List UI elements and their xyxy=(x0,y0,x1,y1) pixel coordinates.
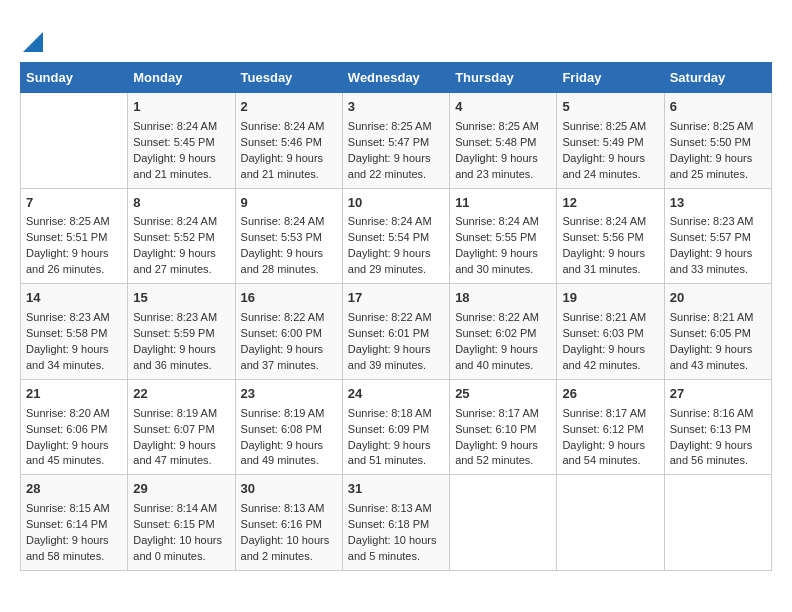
day-number: 2 xyxy=(241,98,337,117)
day-number: 19 xyxy=(562,289,658,308)
calendar-cell: 26Sunrise: 8:17 AMSunset: 6:12 PMDayligh… xyxy=(557,379,664,475)
sunrise-text: Sunrise: 8:22 AM xyxy=(348,311,432,323)
day-number: 31 xyxy=(348,480,444,499)
sunset-text: Sunset: 6:07 PM xyxy=(133,423,214,435)
daylight-text: Daylight: 9 hours and 34 minutes. xyxy=(26,343,109,371)
sunset-text: Sunset: 5:47 PM xyxy=(348,136,429,148)
sunset-text: Sunset: 6:13 PM xyxy=(670,423,751,435)
calendar-cell xyxy=(557,475,664,571)
calendar-cell: 23Sunrise: 8:19 AMSunset: 6:08 PMDayligh… xyxy=(235,379,342,475)
daylight-text: Daylight: 9 hours and 54 minutes. xyxy=(562,439,645,467)
logo xyxy=(20,20,43,52)
day-number: 27 xyxy=(670,385,766,404)
header-day: Tuesday xyxy=(235,63,342,93)
calendar-cell xyxy=(21,93,128,189)
sunrise-text: Sunrise: 8:24 AM xyxy=(455,215,539,227)
sunset-text: Sunset: 5:48 PM xyxy=(455,136,536,148)
day-number: 8 xyxy=(133,194,229,213)
header-day: Saturday xyxy=(664,63,771,93)
calendar-cell: 1Sunrise: 8:24 AMSunset: 5:45 PMDaylight… xyxy=(128,93,235,189)
svg-marker-0 xyxy=(23,32,43,52)
calendar-cell: 12Sunrise: 8:24 AMSunset: 5:56 PMDayligh… xyxy=(557,188,664,284)
sunset-text: Sunset: 5:59 PM xyxy=(133,327,214,339)
sunset-text: Sunset: 6:12 PM xyxy=(562,423,643,435)
sunrise-text: Sunrise: 8:25 AM xyxy=(455,120,539,132)
daylight-text: Daylight: 9 hours and 56 minutes. xyxy=(670,439,753,467)
daylight-text: Daylight: 10 hours and 5 minutes. xyxy=(348,534,437,562)
day-number: 6 xyxy=(670,98,766,117)
sunset-text: Sunset: 6:00 PM xyxy=(241,327,322,339)
sunrise-text: Sunrise: 8:20 AM xyxy=(26,407,110,419)
sunrise-text: Sunrise: 8:19 AM xyxy=(133,407,217,419)
day-number: 14 xyxy=(26,289,122,308)
calendar-cell: 11Sunrise: 8:24 AMSunset: 5:55 PMDayligh… xyxy=(450,188,557,284)
sunset-text: Sunset: 6:09 PM xyxy=(348,423,429,435)
calendar-cell: 20Sunrise: 8:21 AMSunset: 6:05 PMDayligh… xyxy=(664,284,771,380)
calendar-cell: 15Sunrise: 8:23 AMSunset: 5:59 PMDayligh… xyxy=(128,284,235,380)
day-number: 25 xyxy=(455,385,551,404)
header-row: SundayMondayTuesdayWednesdayThursdayFrid… xyxy=(21,63,772,93)
calendar-cell: 7Sunrise: 8:25 AMSunset: 5:51 PMDaylight… xyxy=(21,188,128,284)
sunset-text: Sunset: 5:54 PM xyxy=(348,231,429,243)
sunset-text: Sunset: 5:49 PM xyxy=(562,136,643,148)
sunrise-text: Sunrise: 8:25 AM xyxy=(562,120,646,132)
sunrise-text: Sunrise: 8:24 AM xyxy=(241,215,325,227)
sunrise-text: Sunrise: 8:23 AM xyxy=(133,311,217,323)
calendar-cell: 21Sunrise: 8:20 AMSunset: 6:06 PMDayligh… xyxy=(21,379,128,475)
sunrise-text: Sunrise: 8:15 AM xyxy=(26,502,110,514)
header-day: Sunday xyxy=(21,63,128,93)
day-number: 29 xyxy=(133,480,229,499)
sunrise-text: Sunrise: 8:13 AM xyxy=(241,502,325,514)
day-number: 22 xyxy=(133,385,229,404)
day-number: 23 xyxy=(241,385,337,404)
sunrise-text: Sunrise: 8:18 AM xyxy=(348,407,432,419)
daylight-text: Daylight: 10 hours and 2 minutes. xyxy=(241,534,330,562)
header-day: Thursday xyxy=(450,63,557,93)
daylight-text: Daylight: 9 hours and 45 minutes. xyxy=(26,439,109,467)
daylight-text: Daylight: 9 hours and 28 minutes. xyxy=(241,247,324,275)
day-number: 12 xyxy=(562,194,658,213)
calendar-cell: 5Sunrise: 8:25 AMSunset: 5:49 PMDaylight… xyxy=(557,93,664,189)
day-number: 24 xyxy=(348,385,444,404)
header-day: Wednesday xyxy=(342,63,449,93)
daylight-text: Daylight: 9 hours and 36 minutes. xyxy=(133,343,216,371)
daylight-text: Daylight: 9 hours and 47 minutes. xyxy=(133,439,216,467)
sunrise-text: Sunrise: 8:22 AM xyxy=(241,311,325,323)
day-number: 20 xyxy=(670,289,766,308)
daylight-text: Daylight: 9 hours and 23 minutes. xyxy=(455,152,538,180)
sunset-text: Sunset: 5:57 PM xyxy=(670,231,751,243)
day-number: 1 xyxy=(133,98,229,117)
daylight-text: Daylight: 9 hours and 27 minutes. xyxy=(133,247,216,275)
daylight-text: Daylight: 9 hours and 25 minutes. xyxy=(670,152,753,180)
daylight-text: Daylight: 9 hours and 29 minutes. xyxy=(348,247,431,275)
daylight-text: Daylight: 9 hours and 22 minutes. xyxy=(348,152,431,180)
calendar-cell: 16Sunrise: 8:22 AMSunset: 6:00 PMDayligh… xyxy=(235,284,342,380)
sunset-text: Sunset: 5:55 PM xyxy=(455,231,536,243)
calendar-week-row: 21Sunrise: 8:20 AMSunset: 6:06 PMDayligh… xyxy=(21,379,772,475)
day-number: 5 xyxy=(562,98,658,117)
calendar-cell: 27Sunrise: 8:16 AMSunset: 6:13 PMDayligh… xyxy=(664,379,771,475)
day-number: 15 xyxy=(133,289,229,308)
calendar-cell xyxy=(664,475,771,571)
daylight-text: Daylight: 9 hours and 42 minutes. xyxy=(562,343,645,371)
calendar-cell xyxy=(450,475,557,571)
calendar-cell: 19Sunrise: 8:21 AMSunset: 6:03 PMDayligh… xyxy=(557,284,664,380)
sunset-text: Sunset: 6:06 PM xyxy=(26,423,107,435)
sunrise-text: Sunrise: 8:24 AM xyxy=(133,215,217,227)
calendar-cell: 22Sunrise: 8:19 AMSunset: 6:07 PMDayligh… xyxy=(128,379,235,475)
calendar-cell: 30Sunrise: 8:13 AMSunset: 6:16 PMDayligh… xyxy=(235,475,342,571)
header-day: Friday xyxy=(557,63,664,93)
calendar-cell: 4Sunrise: 8:25 AMSunset: 5:48 PMDaylight… xyxy=(450,93,557,189)
calendar-table: SundayMondayTuesdayWednesdayThursdayFrid… xyxy=(20,62,772,571)
calendar-cell: 24Sunrise: 8:18 AMSunset: 6:09 PMDayligh… xyxy=(342,379,449,475)
sunset-text: Sunset: 5:58 PM xyxy=(26,327,107,339)
daylight-text: Daylight: 9 hours and 30 minutes. xyxy=(455,247,538,275)
sunrise-text: Sunrise: 8:13 AM xyxy=(348,502,432,514)
page-header xyxy=(20,20,772,52)
daylight-text: Daylight: 9 hours and 52 minutes. xyxy=(455,439,538,467)
daylight-text: Daylight: 9 hours and 21 minutes. xyxy=(133,152,216,180)
daylight-text: Daylight: 9 hours and 26 minutes. xyxy=(26,247,109,275)
day-number: 4 xyxy=(455,98,551,117)
day-number: 17 xyxy=(348,289,444,308)
sunset-text: Sunset: 5:56 PM xyxy=(562,231,643,243)
